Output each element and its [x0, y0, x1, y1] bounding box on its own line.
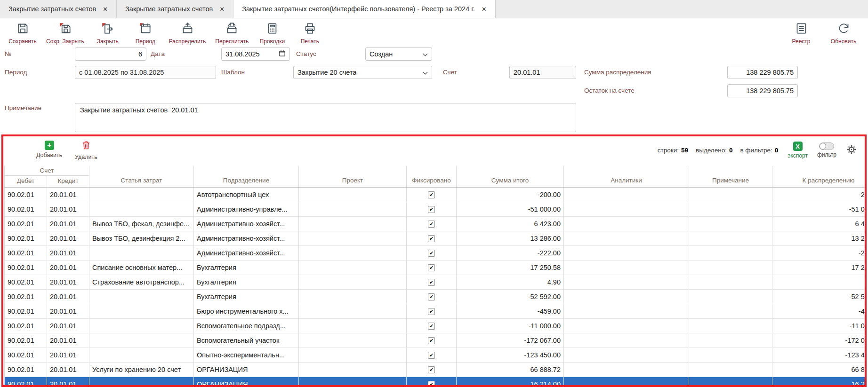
header-account-group[interactable]: Счет	[5, 166, 89, 175]
cell-fixed[interactable]: ✔	[407, 318, 457, 333]
account-balance-input[interactable]	[727, 84, 798, 97]
table-row[interactable]: 90.02.0120.01.01Опытно-экспериментальн..…	[5, 348, 867, 362]
cell-total[interactable]: -52 592.00	[457, 289, 564, 304]
header-department[interactable]: Подразделение	[194, 166, 299, 187]
cell-cost-item[interactable]	[89, 304, 194, 318]
cell-to-distribute[interactable]: -11 000.00	[772, 318, 867, 333]
cell-cost-item[interactable]	[89, 348, 194, 362]
cell-total[interactable]: -51 000.00	[457, 202, 564, 216]
cell-fixed[interactable]: ✔	[407, 187, 457, 202]
header-project[interactable]: Проект	[299, 166, 407, 187]
tab-close-icon[interactable]: ✕	[482, 6, 487, 13]
header-note[interactable]: Примечание	[689, 166, 772, 187]
cell-total[interactable]: -123 450.00	[457, 348, 564, 362]
cell-analytics[interactable]	[564, 260, 689, 275]
cell-analytics[interactable]	[564, 377, 689, 387]
cell-analytics[interactable]	[564, 333, 689, 348]
cell-department[interactable]: Опытно-экспериментальн...	[194, 348, 299, 362]
cell-to-distribute[interactable]: -222.00	[772, 245, 867, 260]
cell-department[interactable]: Административно-хозяйст...	[194, 245, 299, 260]
cell-analytics[interactable]	[564, 362, 689, 377]
cell-debit[interactable]: 90.02.01	[5, 304, 47, 318]
table-row[interactable]: 90.02.0120.01.01Услуги по хранению 20 сч…	[5, 362, 867, 377]
cell-department[interactable]: Вспомогательное подразд...	[194, 318, 299, 333]
header-debit[interactable]: Дебет	[5, 175, 47, 187]
print-button[interactable]: Печать	[292, 22, 328, 45]
cell-fixed[interactable]: ✔	[407, 289, 457, 304]
cell-to-distribute[interactable]: -172 067.00	[772, 333, 867, 348]
cell-total[interactable]: 13 286.00	[457, 231, 564, 245]
cell-project[interactable]	[299, 260, 407, 275]
cell-total[interactable]: -172 067.00	[457, 333, 564, 348]
fixed-checkbox[interactable]: ✔	[428, 221, 435, 228]
cell-note[interactable]	[689, 216, 772, 231]
table-row[interactable]: 90.02.0120.01.01Вспомогательный участок✔…	[5, 333, 867, 348]
cell-total[interactable]: -200.00	[457, 187, 564, 202]
fixed-checkbox[interactable]: ✔	[428, 366, 435, 373]
cell-cost-item[interactable]	[89, 377, 194, 387]
cell-total[interactable]: 6 423.00	[457, 216, 564, 231]
cell-note[interactable]	[689, 202, 772, 216]
distribution-sum-input[interactable]	[727, 66, 798, 79]
cell-department[interactable]: Административно-управле...	[194, 202, 299, 216]
save-button[interactable]: Сохранить	[5, 22, 40, 45]
cell-to-distribute[interactable]: -459.00	[772, 304, 867, 318]
cell-note[interactable]	[689, 362, 772, 377]
cell-cost-item[interactable]: Вывоз ТБО, дезинфекция 2...	[89, 231, 194, 245]
cell-debit[interactable]: 90.02.01	[5, 362, 47, 377]
fixed-checkbox[interactable]: ✔	[428, 352, 435, 359]
cell-note[interactable]	[689, 333, 772, 348]
fixed-checkbox[interactable]: ✔	[428, 337, 435, 344]
cell-analytics[interactable]	[564, 318, 689, 333]
fixed-checkbox[interactable]: ✔	[428, 206, 435, 213]
cell-project[interactable]	[299, 333, 407, 348]
cell-project[interactable]	[299, 377, 407, 387]
cell-project[interactable]	[299, 304, 407, 318]
cell-credit[interactable]: 20.01.01	[47, 216, 89, 231]
cell-fixed[interactable]: ✔	[407, 231, 457, 245]
period-button[interactable]: Период	[128, 22, 163, 45]
tab-registry-2024[interactable]: Закрытие затратных счетов(Интерфейс поль…	[233, 0, 496, 18]
cell-debit[interactable]: 90.02.01	[5, 187, 47, 202]
cell-department[interactable]: Бухгалтерия	[194, 275, 299, 289]
fixed-checkbox[interactable]: ✔	[428, 308, 435, 315]
date-input[interactable]: 31.08.2025	[221, 47, 290, 61]
cell-credit[interactable]: 20.01.01	[47, 260, 89, 275]
cell-credit[interactable]: 20.01.01	[47, 348, 89, 362]
recalculate-button[interactable]: Пересчитать	[211, 22, 252, 45]
header-to-distribute[interactable]: К распределению	[772, 166, 867, 187]
table-row[interactable]: 90.02.0120.01.01Вспомогательное подразд.…	[5, 318, 867, 333]
gear-icon[interactable]	[846, 144, 857, 157]
cell-fixed[interactable]: ✔	[407, 260, 457, 275]
cell-project[interactable]	[299, 216, 407, 231]
cell-department[interactable]: Вспомогательный участок	[194, 333, 299, 348]
cell-project[interactable]	[299, 318, 407, 333]
cell-department[interactable]: ОРГАНИЗАЦИЯ	[194, 377, 299, 387]
fixed-checkbox[interactable]: ✔	[428, 264, 435, 271]
cell-fixed[interactable]: ✔	[407, 304, 457, 318]
cell-credit[interactable]: 20.01.01	[47, 275, 89, 289]
cell-total[interactable]: 4.90	[457, 275, 564, 289]
template-select[interactable]: Закрытие 20 счета	[293, 66, 432, 79]
cell-project[interactable]	[299, 231, 407, 245]
cell-project[interactable]	[299, 187, 407, 202]
table-row[interactable]: 90.02.0120.01.01Вывоз ТБО, фекал, дезинф…	[5, 216, 867, 231]
cell-project[interactable]	[299, 289, 407, 304]
table-row[interactable]: 90.02.0120.01.01ОРГАНИЗАЦИЯ✔16 214.0016 …	[5, 377, 867, 387]
filter-toggle[interactable]: фильтр	[817, 142, 836, 158]
cell-analytics[interactable]	[564, 245, 689, 260]
fixed-checkbox[interactable]: ✔	[428, 279, 435, 286]
cell-note[interactable]	[689, 318, 772, 333]
cell-note[interactable]	[689, 304, 772, 318]
table-row[interactable]: 90.02.0120.01.01Списание основных матер.…	[5, 260, 867, 275]
cell-note[interactable]	[689, 275, 772, 289]
cell-total[interactable]: -459.00	[457, 304, 564, 318]
cell-department[interactable]: ОРГАНИЗАЦИЯ	[194, 362, 299, 377]
note-textarea[interactable]: Закрытие затратных счетов 20.01.01	[75, 103, 576, 132]
cell-analytics[interactable]	[564, 304, 689, 318]
period-input[interactable]	[75, 66, 216, 79]
fixed-checkbox[interactable]: ✔	[428, 323, 435, 330]
cell-analytics[interactable]	[564, 348, 689, 362]
cell-cost-item[interactable]	[89, 318, 194, 333]
cell-credit[interactable]: 20.01.01	[47, 304, 89, 318]
